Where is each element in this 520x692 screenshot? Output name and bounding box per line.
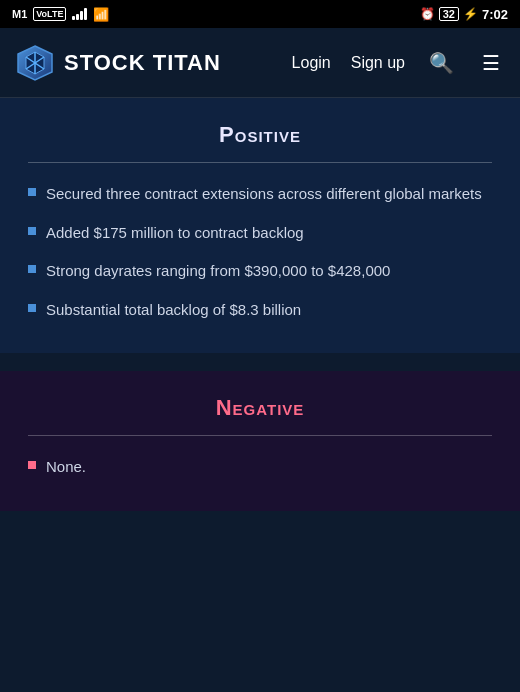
negative-item-1: None. — [46, 456, 86, 479]
status-bar: M1 VoLTE 📶 ⏰ 32 ⚡ 7:02 — [0, 0, 520, 28]
positive-item-2: Added $175 million to contract backlog — [46, 222, 304, 245]
alarm-icon: ⏰ — [420, 7, 435, 21]
positive-item-3: Strong dayrates ranging from $390,000 to… — [46, 260, 390, 283]
section-gap — [0, 353, 520, 363]
signup-link[interactable]: Sign up — [351, 54, 405, 72]
negative-divider — [28, 435, 492, 436]
wifi-icon: 📶 — [93, 7, 109, 22]
brand: STOCK TITAN — [16, 44, 221, 82]
signal-icon — [72, 8, 87, 20]
battery-level: 32 — [439, 7, 459, 21]
positive-item-1: Secured three contract extensions across… — [46, 183, 482, 206]
carrier-label: M1 — [12, 8, 27, 20]
volte-badge: VoLTE — [33, 7, 66, 21]
positive-item-4: Substantial total backlog of $8.3 billio… — [46, 299, 301, 322]
negative-list: None. — [28, 456, 492, 479]
navbar-links: Login Sign up 🔍 ☰ — [292, 47, 504, 79]
positive-divider — [28, 162, 492, 163]
charging-icon: ⚡ — [463, 7, 478, 21]
status-carrier: M1 VoLTE 📶 — [12, 7, 109, 22]
bullet-icon — [28, 227, 36, 235]
negative-title: Negative — [28, 395, 492, 421]
bullet-icon — [28, 461, 36, 469]
brand-logo — [16, 44, 54, 82]
list-item: Substantial total backlog of $8.3 billio… — [28, 299, 492, 322]
positive-list: Secured three contract extensions across… — [28, 183, 492, 321]
positive-title: Positive — [28, 122, 492, 148]
bullet-icon — [28, 188, 36, 196]
time-label: 7:02 — [482, 7, 508, 22]
list-item: Added $175 million to contract backlog — [28, 222, 492, 245]
status-right: ⏰ 32 ⚡ 7:02 — [420, 7, 508, 22]
navbar: STOCK TITAN Login Sign up 🔍 ☰ — [0, 28, 520, 98]
positive-section: Positive Secured three contract extensio… — [0, 98, 520, 353]
bullet-icon — [28, 265, 36, 273]
search-icon[interactable]: 🔍 — [425, 47, 458, 79]
menu-icon[interactable]: ☰ — [478, 47, 504, 79]
list-item: Secured three contract extensions across… — [28, 183, 492, 206]
login-link[interactable]: Login — [292, 54, 331, 72]
list-item: Strong dayrates ranging from $390,000 to… — [28, 260, 492, 283]
list-item: None. — [28, 456, 492, 479]
brand-name: STOCK TITAN — [64, 50, 221, 76]
content: Positive Secured three contract extensio… — [0, 98, 520, 511]
bullet-icon — [28, 304, 36, 312]
negative-section: Negative None. — [0, 371, 520, 511]
